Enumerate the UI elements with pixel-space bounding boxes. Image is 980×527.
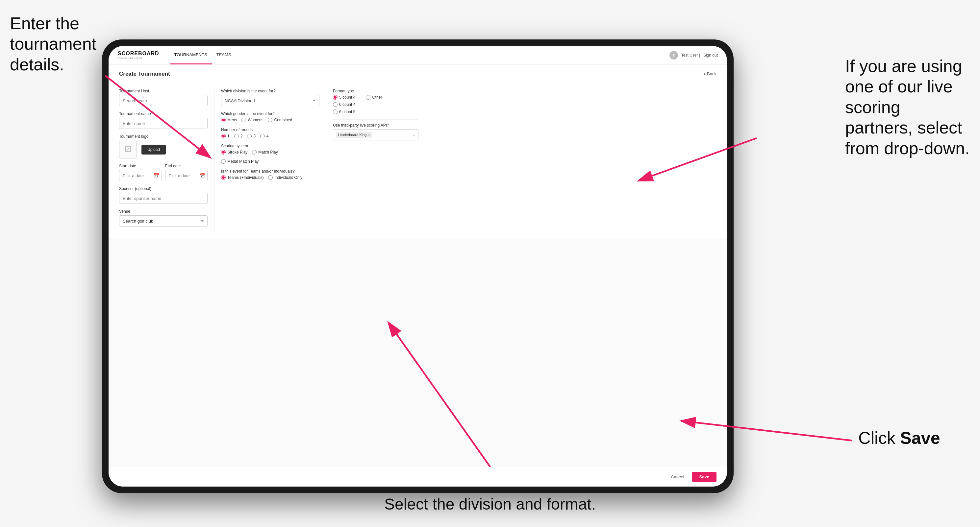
format-5count4-radio[interactable]	[333, 95, 337, 100]
rounds-3-label: 3	[253, 134, 256, 138]
content-area: Create Tournament Back Tournament Host T…	[108, 64, 727, 467]
rounds-2-label: 2	[240, 134, 243, 138]
rounds-2-radio[interactable]	[234, 134, 239, 138]
scoring-medal[interactable]: Medal Match Play	[221, 159, 259, 164]
form-col-2: Which division is the event for? NCAA Di…	[215, 89, 326, 232]
rounds-2[interactable]: 2	[234, 134, 243, 138]
section-divider	[333, 119, 418, 120]
gender-label: Which gender is the event for?	[221, 111, 320, 116]
date-row: Start date 📅 End date 📅	[119, 164, 208, 181]
gender-mens-radio[interactable]	[221, 118, 226, 122]
tournament-name-group: Tournament name	[119, 111, 208, 129]
rounds-3-radio[interactable]	[247, 134, 252, 138]
rounds-label: Number of rounds	[221, 127, 320, 132]
gender-group: Which gender is the event for? Mens Wome…	[221, 111, 320, 122]
format-5count4-label: 5 count 4	[339, 95, 355, 100]
scoring-match-radio[interactable]	[252, 150, 256, 154]
nav-links: TOURNAMENTS TEAMS	[170, 46, 236, 64]
gender-combined-radio[interactable]	[268, 118, 272, 122]
tournament-name-input[interactable]	[119, 118, 208, 129]
gender-womens-radio[interactable]	[242, 118, 246, 122]
gender-womens[interactable]: Womens	[242, 118, 263, 122]
scoring-stroke[interactable]: Stroke Play	[221, 150, 247, 154]
format-row-1: 5 count 4 Other	[333, 95, 418, 100]
teams-plus-radio[interactable]	[221, 175, 226, 180]
venue-select-wrap: Search golf club	[119, 215, 208, 227]
format-row-2: 6 count 4	[333, 102, 418, 107]
click-save-prefix: Click	[858, 429, 900, 448]
form-body: Tournament Host Tournament name Tourname…	[108, 82, 727, 238]
end-date-input[interactable]	[165, 170, 208, 181]
format-6count4-radio[interactable]	[333, 102, 337, 107]
save-button[interactable]: Save	[692, 472, 716, 482]
venue-select[interactable]: Search golf club	[119, 215, 208, 227]
live-scoring-tag: Leaderboard King ×	[336, 132, 372, 138]
host-label: Tournament Host	[119, 89, 208, 94]
nav-teams[interactable]: TEAMS	[212, 46, 236, 64]
rounds-4[interactable]: 4	[260, 134, 269, 138]
host-input[interactable]	[119, 95, 208, 106]
format-type-options: 5 count 4 Other 6 count 4	[333, 95, 418, 114]
scoring-stroke-radio[interactable]	[221, 150, 226, 154]
format-6count4-label: 6 count 4	[339, 102, 355, 107]
host-group: Tournament Host	[119, 89, 208, 106]
top-nav: SCOREBOARD Powered by clippit TOURNAMENT…	[108, 46, 727, 64]
back-link[interactable]: Back	[704, 70, 716, 77]
division-group: Which division is the event for? NCAA Di…	[221, 89, 320, 106]
scoring-group: Scoring system Stroke Play Match Play	[221, 144, 320, 164]
scoring-match[interactable]: Match Play	[252, 150, 278, 154]
gender-combined[interactable]: Combined	[268, 118, 292, 122]
format-6count4[interactable]: 6 count 4	[333, 102, 355, 107]
start-date-input[interactable]	[119, 170, 162, 181]
form-footer: Cancel Save	[108, 467, 727, 487]
live-scoring-input-wrap[interactable]: Leaderboard King × ⌄	[333, 129, 418, 140]
rounds-1[interactable]: 1	[221, 134, 230, 138]
tag-expand-icon[interactable]: ⌄	[412, 132, 415, 137]
logo-area: SCOREBOARD Powered by clippit	[118, 51, 159, 59]
rounds-4-label: 4	[266, 134, 269, 138]
venue-group: Venue Search golf club	[119, 209, 208, 227]
format-6count5-radio[interactable]	[333, 110, 337, 114]
end-date-label: End date	[165, 164, 208, 168]
upload-button[interactable]: Upload	[142, 144, 166, 154]
scoring-label: Scoring system	[221, 144, 320, 148]
teams-radio-group: Teams (+Individuals) Individuals Only	[221, 175, 320, 180]
sponsor-input[interactable]	[119, 193, 208, 204]
format-5count4[interactable]: 5 count 4	[333, 95, 355, 100]
tournament-name-label: Tournament name	[119, 111, 208, 116]
individuals-only-radio[interactable]	[268, 175, 273, 180]
signout-link[interactable]: Sign out	[703, 53, 718, 57]
gender-radio-group: Mens Womens Combined	[221, 118, 320, 122]
rounds-radio-group: 1 2 3 4	[221, 134, 320, 138]
rounds-3[interactable]: 3	[247, 134, 256, 138]
end-date-wrap: 📅	[165, 170, 208, 181]
form-col-3: Format type 5 count 4 Other	[326, 89, 418, 232]
scoring-match-label: Match Play	[258, 150, 278, 154]
click-save-bold: Save	[900, 429, 940, 448]
cancel-button[interactable]: Cancel	[667, 472, 688, 482]
nav-user: T Test User | Sign out	[670, 51, 718, 59]
rounds-1-radio[interactable]	[221, 134, 226, 138]
nav-tournaments[interactable]: TOURNAMENTS	[170, 46, 212, 64]
format-6count5[interactable]: 6 count 5	[333, 110, 355, 114]
rounds-1-label: 1	[228, 134, 230, 138]
annotation-bottom-center: Select the division and format.	[384, 495, 596, 514]
division-select[interactable]: NCAA Division I NCAA Division II NCAA Di…	[221, 95, 320, 106]
tablet-screen: SCOREBOARD Powered by clippit TOURNAMENT…	[108, 46, 727, 487]
scoring-medal-radio[interactable]	[221, 159, 226, 164]
gender-mens[interactable]: Mens	[221, 118, 237, 122]
division-label: Which division is the event for?	[221, 89, 320, 94]
start-date-label: Start date	[119, 164, 162, 168]
rounds-4-radio[interactable]	[260, 134, 265, 138]
teams-label: Is this event for Teams and/or Individua…	[221, 169, 320, 174]
annotation-top-left: Enter the tournament details.	[10, 13, 102, 75]
individuals-only[interactable]: Individuals Only	[268, 175, 302, 180]
format-other[interactable]: Other	[366, 95, 382, 100]
teams-plus-label: Teams (+Individuals)	[228, 175, 264, 180]
teams-plus-individuals[interactable]: Teams (+Individuals)	[221, 175, 264, 180]
gender-womens-label: Womens	[248, 118, 263, 122]
individuals-only-label: Individuals Only	[274, 175, 302, 180]
tag-close-icon[interactable]: ×	[368, 132, 370, 137]
format-other-radio[interactable]	[366, 95, 371, 100]
format-type-group: Format type 5 count 4 Other	[333, 89, 418, 114]
